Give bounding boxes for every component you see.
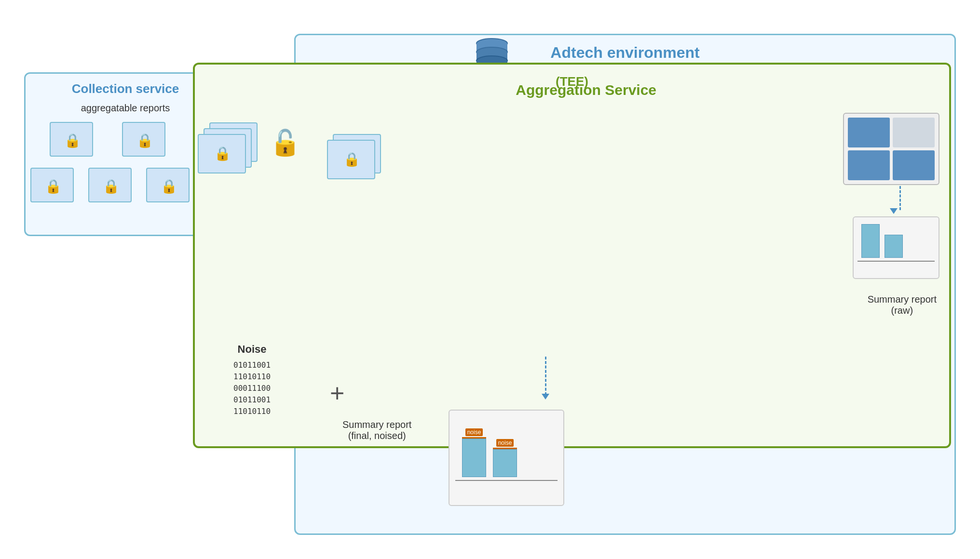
summary-final-label-group: Summary report (final, noised) <box>342 419 411 441</box>
report-card-4: 🔒 <box>88 168 132 202</box>
report-card-2: 🔒 <box>122 122 165 157</box>
arrowhead-dashed-1 <box>890 208 898 214</box>
summary-final-title: Summary report <box>342 419 411 430</box>
aggregation-tee-box: Aggregation Service (TEE) 🔒 🔓 Noise <box>193 63 951 448</box>
plus-sign: + <box>330 379 344 408</box>
dashed-arrow-down-1 <box>899 186 901 210</box>
decoded-report-card <box>843 113 939 185</box>
aggregation-title: Aggregation Service <box>516 82 656 98</box>
summary-raw-title: Summary report <box>868 294 937 305</box>
summary-final-card: noise noise <box>449 410 564 506</box>
final-bar-2 <box>493 449 517 477</box>
report-card-5: 🔒 <box>146 168 190 202</box>
unlocked-lock-icon: 🔓 <box>270 128 301 158</box>
collection-subtitle: aggregatable reports <box>81 103 170 114</box>
dashed-arrow-down-2 <box>545 357 546 395</box>
noise-tag-2: noise <box>496 439 514 447</box>
collection-title: Collection service <box>72 81 179 96</box>
summary-final-paren: (final, noised) <box>342 430 411 441</box>
raw-bar-1 <box>861 224 880 258</box>
decoded-cell-2 <box>893 118 935 147</box>
noise-tag-1: noise <box>465 428 483 436</box>
decoded-cell-3 <box>848 150 890 180</box>
summary-raw-card <box>853 216 939 279</box>
noise-label: Noise <box>233 343 271 356</box>
decoded-cell-1 <box>848 118 890 147</box>
transit-card-front: 🔒 <box>327 140 375 179</box>
arrowhead-dashed-2 <box>542 394 549 399</box>
adtech-title: Adtech environment <box>550 44 699 62</box>
decoded-cell-4 <box>893 150 935 180</box>
raw-bar-2 <box>885 235 903 258</box>
final-bar-1 <box>462 439 486 477</box>
summary-raw-label-group: Summary report (raw) <box>868 294 937 316</box>
noise-section: Noise 0101100111010110000111000101100111… <box>233 343 271 417</box>
aggregation-title-group: Aggregation Service (TEE) <box>556 73 588 89</box>
report-card-3: 🔒 <box>30 168 74 202</box>
noise-binary: 0101100111010110000111000101100111010110 <box>233 359 271 417</box>
tee-card-front: 🔒 <box>198 134 246 173</box>
summary-raw-paren: (raw) <box>868 305 937 316</box>
report-card-1: 🔒 <box>50 122 93 157</box>
